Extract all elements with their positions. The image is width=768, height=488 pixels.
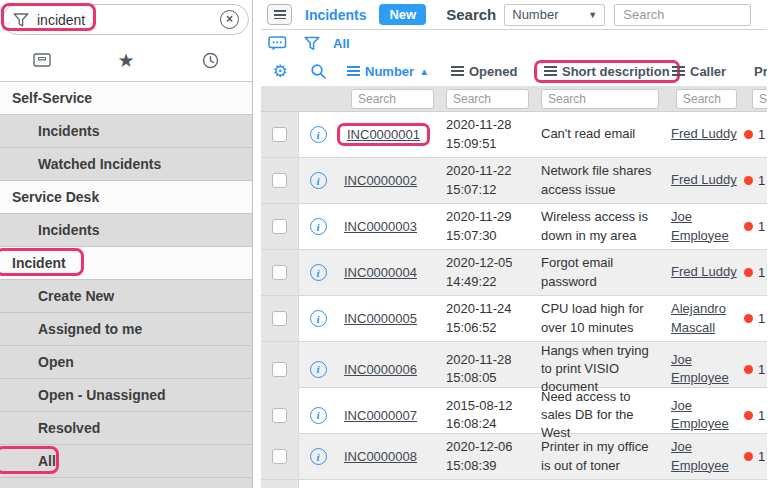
caller-link[interactable]: Fred Luddy: [671, 172, 737, 187]
list-search-input[interactable]: [614, 4, 751, 26]
opened-cell: 2015-08-1216:08:24: [446, 397, 541, 433]
chat-messages-icon[interactable]: [268, 36, 287, 51]
incident-number-link[interactable]: INC0000002: [344, 173, 417, 188]
incident-number-link[interactable]: INC0000001: [347, 127, 420, 142]
caller-link[interactable]: Joe Employee: [671, 398, 729, 431]
incident-number-link[interactable]: INC0000006: [344, 362, 417, 377]
sidebar-item-resolved[interactable]: Resolved: [0, 412, 252, 445]
short-description-cell: Can't read email: [541, 125, 671, 143]
info-icon[interactable]: i: [310, 361, 327, 378]
sidebar-item-open-unassigned[interactable]: Open - Unassigned: [0, 379, 252, 412]
row-checkbox[interactable]: [272, 219, 287, 234]
row-checkbox[interactable]: [272, 449, 287, 464]
search-field-dropdown[interactable]: Number ▼: [504, 4, 605, 26]
info-icon[interactable]: i: [310, 310, 327, 327]
opened-cell: 2020-12-0615:08:39: [446, 438, 541, 474]
sidebar-item-assigned-to-me[interactable]: Assigned to me: [0, 313, 252, 346]
column-search-row: [261, 86, 767, 112]
table-row-partial: [261, 480, 767, 488]
navigator-menu: Self-Service Incidents Watched Incidents…: [0, 82, 252, 488]
column-header-caller[interactable]: Caller: [671, 64, 744, 79]
sidebar-item-label: Assigned to me: [38, 321, 142, 337]
preview-cell: i: [299, 264, 337, 281]
tab-all-applications[interactable]: [0, 40, 84, 81]
search-field-value: Number: [512, 7, 558, 22]
column-header-number[interactable]: Number ▲: [337, 64, 446, 79]
filter-funnel-icon[interactable]: [304, 36, 320, 51]
gear-icon[interactable]: ⚙: [272, 63, 287, 80]
info-icon[interactable]: i: [310, 407, 327, 424]
incident-number-link[interactable]: INC0000008: [344, 449, 417, 464]
sidebar-item-label: Watched Incidents: [38, 156, 161, 172]
priority-critical-dot: [744, 314, 753, 323]
sidebar-item-watched-incidents[interactable]: Watched Incidents: [0, 148, 252, 181]
column-header-opened[interactable]: Opened: [446, 64, 541, 79]
caller-column-search-input[interactable]: [676, 89, 737, 109]
incident-number-link[interactable]: INC0000004: [344, 265, 417, 280]
sidebar-item-label: Open - Unassigned: [38, 387, 166, 403]
incident-number-link[interactable]: INC0000003: [344, 219, 417, 234]
sidebar-item-create-new[interactable]: Create New: [0, 280, 252, 313]
info-icon[interactable]: i: [310, 126, 327, 143]
caller-link[interactable]: Joe Employee: [671, 439, 729, 472]
row-checkbox[interactable]: [272, 173, 287, 188]
filter-breadcrumb-all[interactable]: All: [333, 36, 350, 51]
sidebar-item-incident[interactable]: Incident: [0, 247, 252, 280]
caller-link[interactable]: Joe Employee: [671, 352, 729, 385]
row-select-cell: [261, 112, 299, 157]
chevron-down-icon: ▼: [588, 10, 597, 20]
preview-cell: i: [299, 310, 337, 327]
short-description-cell: Need access to sales DB for the West: [541, 388, 671, 443]
row-checkbox[interactable]: [272, 265, 287, 280]
tab-history[interactable]: [168, 40, 252, 81]
sidebar-item-label: Incident: [12, 255, 66, 271]
navigator-tabs: ★: [0, 40, 252, 82]
column-header-priority[interactable]: Priority: [744, 64, 767, 79]
short-description-column-search-input[interactable]: [541, 89, 659, 109]
sidebar-item-open[interactable]: Open: [0, 346, 252, 379]
info-icon[interactable]: i: [310, 218, 327, 235]
info-icon[interactable]: i: [310, 264, 327, 281]
caller-link[interactable]: Joe Employee: [671, 209, 729, 242]
row-checkbox[interactable]: [272, 408, 287, 423]
opened-cell: 2020-12-0514:49:22: [446, 254, 541, 290]
incident-number-link[interactable]: INC0000005: [344, 311, 417, 326]
sidebar-item-incidents-2[interactable]: Incidents: [0, 214, 252, 247]
clear-search-icon[interactable]: ×: [220, 10, 239, 29]
sidebar-item-self-service[interactable]: Self-Service: [0, 82, 252, 115]
list-title[interactable]: Incidents: [305, 7, 366, 23]
priority-cell: 1: [744, 173, 767, 188]
caller-link[interactable]: Fred Luddy: [671, 126, 737, 141]
list-search-toggle-cell: [299, 63, 337, 80]
row-select-cell: [261, 158, 299, 203]
caller-link[interactable]: Fred Luddy: [671, 264, 737, 279]
search-label: Search: [446, 6, 496, 23]
caller-cell: Alejandro Mascall: [671, 300, 744, 336]
sidebar-item-label: Create New: [38, 288, 114, 304]
column-header-short-description[interactable]: Short description: [534, 60, 671, 83]
number-column-search-input[interactable]: [351, 89, 434, 109]
info-icon[interactable]: i: [310, 448, 327, 465]
row-checkbox[interactable]: [272, 362, 287, 377]
row-checkbox[interactable]: [272, 127, 287, 142]
filter-navigator-input[interactable]: [37, 12, 220, 28]
sidebar-item-service-desk[interactable]: Service Desk: [0, 181, 252, 214]
filter-navigator-searchbox[interactable]: ×: [2, 4, 249, 35]
sidebar-item-incidents[interactable]: Incidents: [0, 115, 252, 148]
info-icon[interactable]: i: [310, 172, 327, 189]
sidebar-item-overview[interactable]: Overview: [0, 478, 252, 488]
sidebar-item-all[interactable]: All: [0, 445, 252, 478]
list-context-menu-button[interactable]: [267, 4, 292, 25]
search-icon[interactable]: [310, 63, 327, 80]
number-cell: INC0000002: [337, 173, 446, 188]
row-checkbox[interactable]: [272, 311, 287, 326]
table-row: i INC0000003 2020-11-2915:07:30 Wireless…: [261, 204, 767, 250]
preview-cell: i: [299, 448, 337, 465]
tab-favorites[interactable]: ★: [84, 40, 168, 81]
caller-link[interactable]: Alejandro Mascall: [671, 301, 726, 334]
priority-critical-dot: [744, 176, 753, 185]
incident-number-link[interactable]: INC0000007: [344, 408, 417, 423]
opened-column-search-input[interactable]: [446, 89, 529, 109]
new-record-button[interactable]: New: [379, 4, 426, 25]
priority-column-search-input[interactable]: [752, 89, 767, 109]
